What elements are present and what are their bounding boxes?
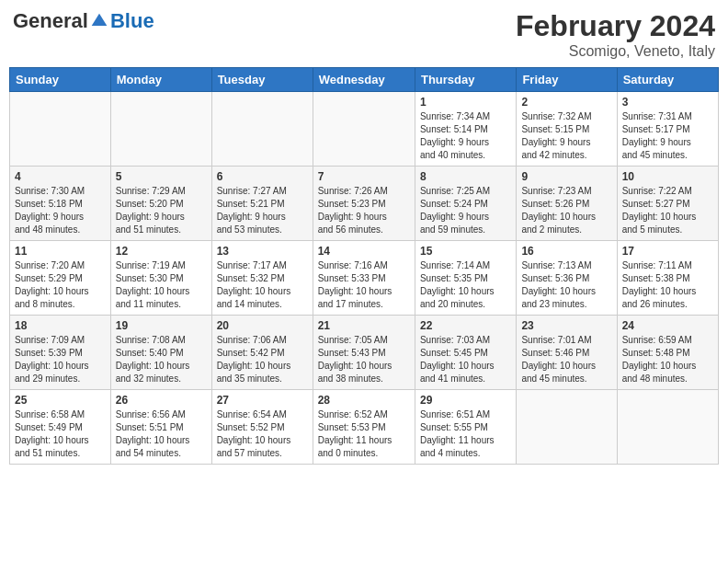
day-number: 19 — [116, 319, 207, 332]
day-info: Sunrise: 7:08 AM Sunset: 5:40 PM Dayligh… — [116, 334, 207, 385]
title-section: February 2024 Scomigo, Veneto, Italy — [516, 9, 715, 60]
day-number: 24 — [622, 319, 713, 332]
calendar-week-row: 18Sunrise: 7:09 AM Sunset: 5:39 PM Dayli… — [10, 316, 719, 390]
calendar-cell: 22Sunrise: 7:03 AM Sunset: 5:45 PM Dayli… — [415, 316, 516, 390]
day-info: Sunrise: 6:58 AM Sunset: 5:49 PM Dayligh… — [15, 408, 106, 460]
day-info: Sunrise: 7:32 AM Sunset: 5:15 PM Dayligh… — [521, 110, 611, 162]
day-number: 8 — [420, 170, 511, 183]
calendar-cell: 9Sunrise: 7:23 AM Sunset: 5:26 PM Daylig… — [517, 167, 617, 241]
day-info: Sunrise: 7:09 AM Sunset: 5:39 PM Dayligh… — [15, 334, 106, 385]
day-info: Sunrise: 7:13 AM Sunset: 5:36 PM Dayligh… — [521, 259, 611, 311]
calendar-cell: 16Sunrise: 7:13 AM Sunset: 5:36 PM Dayli… — [517, 241, 617, 316]
day-info: Sunrise: 7:19 AM Sunset: 5:30 PM Dayligh… — [116, 259, 207, 311]
day-number: 5 — [116, 170, 207, 183]
calendar-cell: 7Sunrise: 7:26 AM Sunset: 5:23 PM Daylig… — [313, 167, 415, 241]
month-title: February 2024 — [516, 9, 715, 43]
day-number: 12 — [116, 245, 207, 258]
weekday-header: Friday — [517, 68, 617, 92]
day-number: 4 — [15, 170, 106, 183]
weekday-header: Wednesday — [313, 68, 415, 92]
weekday-header: Tuesday — [211, 68, 313, 92]
calendar-header-row: SundayMondayTuesdayWednesdayThursdayFrid… — [10, 68, 719, 92]
day-number: 13 — [217, 245, 308, 258]
weekday-header: Sunday — [10, 68, 111, 92]
day-info: Sunrise: 7:27 AM Sunset: 5:21 PM Dayligh… — [217, 185, 308, 236]
day-info: Sunrise: 7:30 AM Sunset: 5:18 PM Dayligh… — [15, 185, 106, 236]
day-number: 3 — [622, 96, 713, 109]
logo-blue-text: Blue — [110, 9, 154, 33]
day-number: 17 — [622, 245, 713, 258]
calendar-week-row: 4Sunrise: 7:30 AM Sunset: 5:18 PM Daylig… — [10, 167, 719, 241]
day-info: Sunrise: 7:05 AM Sunset: 5:43 PM Dayligh… — [318, 334, 410, 385]
day-number: 10 — [622, 170, 713, 183]
day-info: Sunrise: 7:11 AM Sunset: 5:38 PM Dayligh… — [622, 259, 713, 311]
calendar-cell: 12Sunrise: 7:19 AM Sunset: 5:30 PM Dayli… — [110, 241, 211, 316]
day-number: 21 — [318, 319, 410, 332]
calendar-cell: 19Sunrise: 7:08 AM Sunset: 5:40 PM Dayli… — [110, 316, 211, 390]
calendar-week-row: 1Sunrise: 7:34 AM Sunset: 5:14 PM Daylig… — [10, 92, 719, 167]
calendar-cell: 8Sunrise: 7:25 AM Sunset: 5:24 PM Daylig… — [415, 167, 516, 241]
calendar-cell — [110, 92, 211, 167]
day-number: 7 — [318, 170, 410, 183]
svg-marker-0 — [92, 14, 108, 26]
calendar-cell: 6Sunrise: 7:27 AM Sunset: 5:21 PM Daylig… — [211, 167, 313, 241]
day-info: Sunrise: 7:03 AM Sunset: 5:45 PM Dayligh… — [420, 334, 511, 385]
calendar-cell: 17Sunrise: 7:11 AM Sunset: 5:38 PM Dayli… — [617, 241, 718, 316]
calendar-cell — [617, 390, 718, 465]
day-number: 11 — [15, 245, 106, 258]
day-number: 6 — [217, 170, 308, 183]
calendar-cell: 25Sunrise: 6:58 AM Sunset: 5:49 PM Dayli… — [10, 390, 111, 465]
calendar-cell: 27Sunrise: 6:54 AM Sunset: 5:52 PM Dayli… — [211, 390, 313, 465]
day-info: Sunrise: 7:29 AM Sunset: 5:20 PM Dayligh… — [116, 185, 207, 236]
calendar-cell: 21Sunrise: 7:05 AM Sunset: 5:43 PM Dayli… — [313, 316, 415, 390]
day-number: 14 — [318, 245, 410, 258]
calendar-cell — [211, 92, 313, 167]
day-info: Sunrise: 7:23 AM Sunset: 5:26 PM Dayligh… — [521, 185, 611, 236]
calendar-cell: 2Sunrise: 7:32 AM Sunset: 5:15 PM Daylig… — [517, 92, 617, 167]
day-info: Sunrise: 7:34 AM Sunset: 5:14 PM Dayligh… — [420, 110, 511, 162]
calendar-cell: 23Sunrise: 7:01 AM Sunset: 5:46 PM Dayli… — [517, 316, 617, 390]
logo: General Blue — [13, 9, 154, 33]
day-number: 28 — [318, 394, 410, 407]
day-number: 25 — [15, 394, 106, 407]
calendar-cell: 18Sunrise: 7:09 AM Sunset: 5:39 PM Dayli… — [10, 316, 111, 390]
calendar-cell: 26Sunrise: 6:56 AM Sunset: 5:51 PM Dayli… — [110, 390, 211, 465]
day-number: 22 — [420, 319, 511, 332]
day-number: 2 — [521, 96, 611, 109]
day-number: 15 — [420, 245, 511, 258]
calendar-cell: 11Sunrise: 7:20 AM Sunset: 5:29 PM Dayli… — [10, 241, 111, 316]
calendar-cell — [517, 390, 617, 465]
weekday-header: Thursday — [415, 68, 516, 92]
day-number: 9 — [521, 170, 611, 183]
day-number: 23 — [521, 319, 611, 332]
day-number: 20 — [217, 319, 308, 332]
calendar-cell: 15Sunrise: 7:14 AM Sunset: 5:35 PM Dayli… — [415, 241, 516, 316]
day-info: Sunrise: 6:52 AM Sunset: 5:53 PM Dayligh… — [318, 408, 410, 460]
weekday-header: Saturday — [617, 68, 718, 92]
calendar-week-row: 11Sunrise: 7:20 AM Sunset: 5:29 PM Dayli… — [10, 241, 719, 316]
day-info: Sunrise: 6:54 AM Sunset: 5:52 PM Dayligh… — [217, 408, 308, 460]
calendar-cell: 24Sunrise: 6:59 AM Sunset: 5:48 PM Dayli… — [617, 316, 718, 390]
day-number: 26 — [116, 394, 207, 407]
day-info: Sunrise: 6:59 AM Sunset: 5:48 PM Dayligh… — [622, 334, 713, 385]
location-title: Scomigo, Veneto, Italy — [516, 43, 715, 60]
day-info: Sunrise: 7:22 AM Sunset: 5:27 PM Dayligh… — [622, 185, 713, 236]
day-info: Sunrise: 7:31 AM Sunset: 5:17 PM Dayligh… — [622, 110, 713, 162]
page-header: General Blue February 2024 Scomigo, Vene… — [9, 9, 719, 60]
day-number: 18 — [15, 319, 106, 332]
logo-general-text: General — [13, 9, 88, 33]
calendar-cell: 29Sunrise: 6:51 AM Sunset: 5:55 PM Dayli… — [415, 390, 516, 465]
day-info: Sunrise: 7:26 AM Sunset: 5:23 PM Dayligh… — [318, 185, 410, 236]
calendar-cell: 4Sunrise: 7:30 AM Sunset: 5:18 PM Daylig… — [10, 167, 111, 241]
calendar-cell: 3Sunrise: 7:31 AM Sunset: 5:17 PM Daylig… — [617, 92, 718, 167]
calendar-week-row: 25Sunrise: 6:58 AM Sunset: 5:49 PM Dayli… — [10, 390, 719, 465]
calendar-cell: 13Sunrise: 7:17 AM Sunset: 5:32 PM Dayli… — [211, 241, 313, 316]
day-number: 27 — [217, 394, 308, 407]
day-info: Sunrise: 7:16 AM Sunset: 5:33 PM Dayligh… — [318, 259, 410, 311]
day-info: Sunrise: 7:01 AM Sunset: 5:46 PM Dayligh… — [521, 334, 611, 385]
day-number: 1 — [420, 96, 511, 109]
calendar-cell — [10, 92, 111, 167]
calendar-cell: 5Sunrise: 7:29 AM Sunset: 5:20 PM Daylig… — [110, 167, 211, 241]
day-info: Sunrise: 7:14 AM Sunset: 5:35 PM Dayligh… — [420, 259, 511, 311]
calendar-cell: 28Sunrise: 6:52 AM Sunset: 5:53 PM Dayli… — [313, 390, 415, 465]
